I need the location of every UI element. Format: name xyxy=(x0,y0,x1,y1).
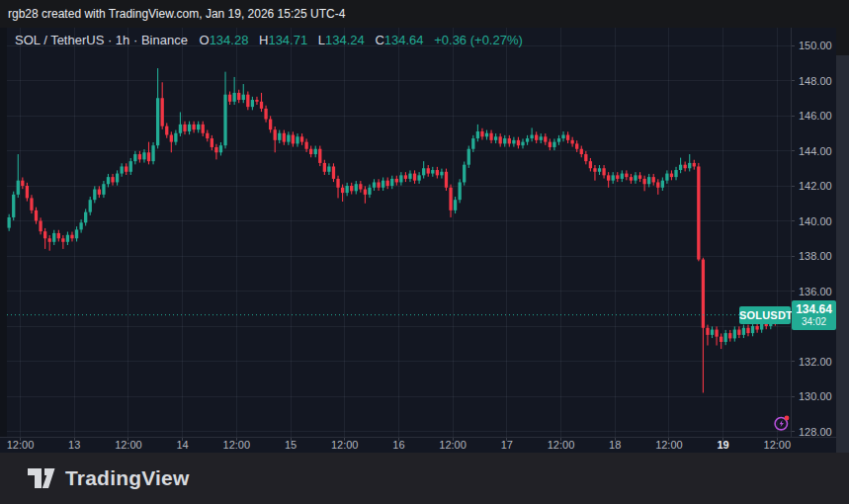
symbol-title[interactable]: SOL / TetherUS · 1h · Binance xyxy=(15,33,188,47)
ohlc-high: H134.71 xyxy=(259,33,307,47)
chart-area: 150.00148.00146.00144.00142.00140.00138.… xyxy=(0,28,836,453)
attribution-bar: rgb28 created with TradingView.com, Jan … xyxy=(0,0,849,28)
ohlc-open: O134.28 xyxy=(200,33,249,47)
last-price-value: 134.64 xyxy=(792,302,836,316)
symbol-legend: SOL / TetherUS · 1h · Binance O134.28 H1… xyxy=(15,33,523,52)
time-scale[interactable] xyxy=(0,437,791,453)
chart-plot-pane[interactable] xyxy=(7,28,791,437)
ohlc-low: L134.24 xyxy=(318,33,365,47)
speedometer-icon[interactable] xyxy=(773,414,791,432)
page-edge-strip xyxy=(836,55,849,480)
ohlc-close: C134.64 xyxy=(375,33,423,47)
tradingview-logo-icon[interactable] xyxy=(28,468,55,488)
notification-dot xyxy=(785,416,790,421)
bar-countdown: 34:02 xyxy=(792,316,836,327)
price-line-symbol-label: SOLUSDT xyxy=(739,306,791,324)
change-value: +0.36 (+0.27%) xyxy=(434,33,523,47)
tradingview-wordmark[interactable]: TradingView xyxy=(65,466,190,490)
footer-bar: TradingView xyxy=(0,453,849,504)
price-scale[interactable] xyxy=(791,28,836,437)
flash-glyph xyxy=(780,420,784,427)
last-price-box: 134.64 34:02 xyxy=(792,300,836,330)
attribution-text: rgb28 created with TradingView.com, Jan … xyxy=(8,7,345,21)
